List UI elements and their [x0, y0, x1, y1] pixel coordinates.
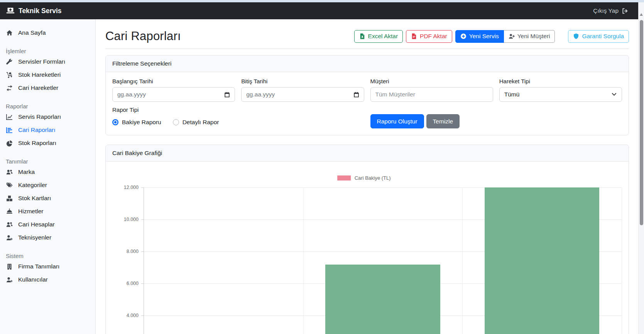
sidebar-item-label: Kullanıcılar: [18, 276, 48, 283]
legend-label: Cari Bakiye (TL): [355, 175, 391, 181]
legend-swatch: [337, 175, 351, 180]
chart-plot: [144, 187, 622, 334]
sidebar-item-label: Stok Kartları: [18, 195, 51, 202]
radio-label: Bakiye Raporu: [122, 119, 161, 126]
sidebar-item-cari-hesaplar[interactable]: Cari Hesaplar: [0, 218, 91, 231]
start-date-input[interactable]: gg.aa.yyyy: [112, 87, 235, 102]
sidebar-item-ana-sayfa[interactable]: Ana Sayfa: [0, 26, 91, 39]
pdf-export-button[interactable]: PDF Aktar: [406, 30, 452, 43]
y-tick-label: 12.000: [112, 185, 139, 190]
button-label: PDF Aktar: [420, 33, 447, 40]
customer-input[interactable]: [370, 87, 493, 102]
chart-line-icon: [6, 114, 13, 120]
exchange-arrows-icon: [6, 85, 13, 91]
header-actions: Excel Aktar PDF Aktar Yeni Servis Yeni M…: [354, 30, 629, 43]
filter-card-title: Filtreleme Seçenekleri: [106, 56, 629, 72]
sidebar-item-teknisyenler[interactable]: Teknisyenler: [0, 231, 91, 244]
sidebar-item-marka[interactable]: Marka: [0, 165, 91, 179]
field-label: Rapor Tipi: [112, 106, 364, 113]
button-label: Excel Aktar: [368, 33, 398, 40]
sidebar-item-label: Cari Hesaplar: [18, 221, 55, 228]
main-content: Cari Raporları Excel Aktar PDF Aktar Yen…: [96, 19, 638, 334]
users-icon: [6, 169, 13, 175]
y-tick-label: 8.000: [112, 249, 139, 254]
calendar-icon[interactable]: [353, 92, 359, 98]
field-label: Başlangıç Tarihi: [112, 78, 235, 84]
new-record-button-group: Yeni Servis Yeni Müşteri: [455, 30, 555, 43]
sidebar-item-hizmetler[interactable]: Hizmetler: [0, 205, 91, 218]
movement-type-field: Hareket Tipi Tümü: [499, 78, 622, 102]
chart-legend[interactable]: Cari Bakiye (TL): [337, 175, 391, 181]
y-tick-label: 10.000: [112, 217, 139, 222]
sidebar-item-label: Servisler Formları: [18, 58, 65, 65]
y-tick-label: 6.000: [112, 281, 139, 286]
radio-dot-unchecked[interactable]: [173, 119, 179, 125]
clear-button[interactable]: Temizle: [426, 114, 460, 128]
radio-label: Detaylı Rapor: [183, 119, 219, 126]
gridline-v: [462, 187, 463, 334]
sidebar-item-servisler-formlari[interactable]: Servisler Formları: [0, 55, 91, 68]
button-label: Yeni Servis: [469, 33, 499, 40]
logout-button[interactable]: Çıkış Yap: [593, 7, 628, 14]
generate-report-button[interactable]: Raporu Oluştur: [370, 114, 424, 128]
radio-detayli-rapor[interactable]: Detaylı Rapor: [173, 119, 219, 126]
chart-card: Cari Bakiye Grafiği Cari Bakiye (TL) 12.…: [105, 145, 629, 334]
sidebar-item-kullanicilar[interactable]: Kullanıcılar: [0, 273, 91, 286]
sidebar-item-cari-hareketler[interactable]: Cari Hareketler: [0, 81, 91, 94]
radio-dot-checked[interactable]: [112, 119, 118, 125]
dolly-icon: [6, 72, 13, 78]
y-axis-tick-mark: [141, 251, 144, 252]
y-axis-tick-mark: [141, 283, 144, 284]
y-axis-tick-mark: [141, 315, 144, 316]
filter-card: Filtreleme Seçenekleri Başlangıç Tarihi …: [105, 55, 629, 135]
excel-export-button[interactable]: Excel Aktar: [354, 30, 403, 43]
new-service-button[interactable]: Yeni Servis: [455, 30, 504, 43]
y-tick-label: 4.000: [112, 313, 139, 318]
bar[interactable]: [485, 187, 599, 334]
sidebar-item-label: Ana Sayfa: [18, 29, 46, 36]
bar[interactable]: [325, 265, 440, 334]
sidebar-item-servis-raporlari[interactable]: Servis Raporları: [0, 110, 91, 123]
building-icon: [6, 263, 13, 270]
sidebar-item-stok-kartlari[interactable]: Stok Kartları: [0, 192, 91, 205]
boxes-icon: [6, 195, 13, 202]
scrollbar-thumb[interactable]: [640, 20, 643, 225]
user-badge-icon: [6, 277, 13, 283]
brand[interactable]: Teknik Servis: [6, 7, 62, 15]
radio-bakiye-raporu[interactable]: Bakiye Raporu: [112, 119, 161, 126]
date-placeholder: gg.aa.yyyy: [117, 91, 224, 98]
home-icon: [6, 30, 13, 36]
sidebar-item-stok-raporlari[interactable]: Stok Raporları: [0, 137, 91, 150]
chart-area: Cari Bakiye (TL) 12.00010.0008.0006.0004…: [112, 168, 622, 334]
button-label: Yeni Müşteri: [517, 33, 550, 40]
sidebar-item-stok-hareketleri[interactable]: Stok Hareketleri: [0, 68, 91, 81]
gridline-v: [622, 187, 622, 334]
chart-card-title: Cari Bakiye Grafiği: [106, 145, 629, 162]
gridline-v: [303, 187, 304, 334]
sidebar: Ana Sayfa İşlemler Servisler Formları St…: [0, 19, 96, 334]
end-date-input[interactable]: gg.aa.yyyy: [241, 87, 364, 102]
scroll-up-arrow[interactable]: [640, 13, 643, 16]
file-pdf-icon: [411, 33, 417, 39]
sidebar-item-label: Marka: [18, 169, 35, 175]
page-title: Cari Raporları: [105, 29, 181, 43]
field-label: Bitiş Tarihi: [241, 78, 364, 84]
shield-icon: [573, 33, 579, 39]
start-date-field: Başlangıç Tarihi gg.aa.yyyy: [112, 78, 235, 102]
new-customer-button[interactable]: Yeni Müşteri: [504, 30, 555, 43]
plus-circle-icon: [460, 33, 467, 39]
sidebar-item-label: Stok Raporları: [18, 140, 56, 147]
wrench-icon: [6, 59, 13, 65]
sidebar-item-kategoriler[interactable]: Kategoriler: [0, 179, 91, 192]
sidebar-item-cari-raporlari[interactable]: Cari Raporları: [0, 123, 91, 137]
movement-type-select[interactable]: Tümü: [499, 87, 622, 102]
top-navbar: Teknik Servis Çıkış Yap: [0, 2, 638, 19]
warranty-query-button[interactable]: Garanti Sorgula: [568, 30, 629, 43]
customer-field: Müşteri: [370, 78, 493, 102]
sidebar-item-firma-tanimlari[interactable]: Firma Tanımları: [0, 260, 91, 273]
scrollbar[interactable]: [638, 2, 644, 334]
file-excel-icon: [359, 33, 365, 39]
sidebar-item-label: Servis Raporları: [18, 113, 61, 120]
sidebar-item-label: Teknisyenler: [18, 234, 51, 241]
calendar-icon[interactable]: [224, 92, 230, 98]
